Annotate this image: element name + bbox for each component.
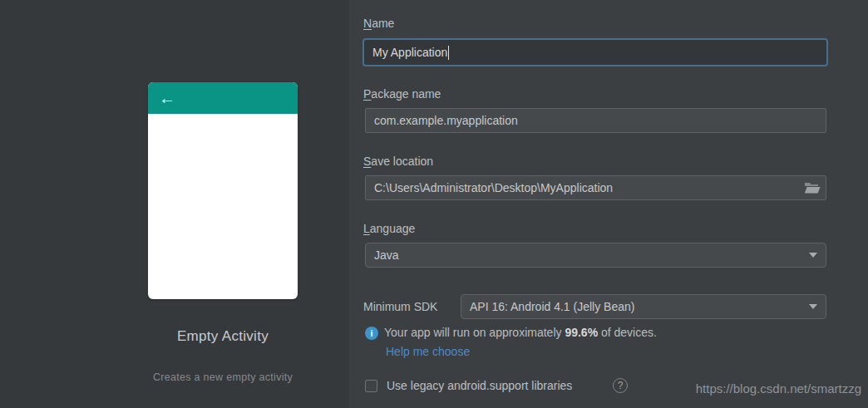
minimum-sdk-dropdown[interactable]: API 16: Android 4.1 (Jelly Bean) [461,294,826,319]
name-input[interactable]: My Application [362,38,828,66]
package-name-input[interactable]: com.example.myapplication [365,108,826,133]
save-location-label: Save location [363,155,433,169]
chevron-down-icon [809,253,817,258]
legacy-support-label: Use legacy android.support libraries [387,379,572,392]
activity-title: Empty Activity [106,328,339,345]
package-name-input-value: com.example.myapplication [374,114,518,127]
activity-preview-panel: ← Empty Activity Creates a new empty act… [0,0,349,408]
sdk-coverage-percentage: 99.6% [565,326,598,339]
package-name-label: Package name [363,87,441,101]
language-label: Language [363,222,415,236]
name-label: Name [363,17,394,31]
info-icon: i [365,327,378,340]
language-dropdown[interactable]: Java [365,243,826,268]
language-dropdown-value: Java [374,248,399,262]
minimum-sdk-dropdown-value: API 16: Android 4.1 (Jelly Bean) [470,300,634,313]
minimum-sdk-label: Minimum SDK [363,300,437,314]
name-input-value: My Application [372,46,447,59]
help-me-choose-link[interactable]: Help me choose [386,345,470,358]
preview-toolbar: ← [148,82,298,114]
activity-subtitle: Creates a new empty activity [106,371,339,383]
sdk-coverage-text-after: of devices. [598,326,657,339]
text-cursor [448,46,449,60]
save-location-input[interactable]: C:\Users\Administrator\Desktop\MyApplica… [365,175,826,200]
save-location-input-value: C:\Users\Administrator\Desktop\MyApplica… [374,181,613,194]
activity-preview-thumbnail: ← [148,82,298,299]
watermark: https://blog.csdn.net/smartzzg [696,381,861,396]
help-question-icon[interactable]: ? [613,378,628,393]
legacy-support-checkbox[interactable] [365,380,377,392]
sdk-coverage-text: Your app will run on approximately 99.6%… [384,326,657,339]
chevron-down-icon [809,304,817,309]
new-project-wizard: ← Empty Activity Creates a new empty act… [0,0,868,408]
back-arrow-icon: ← [159,90,175,106]
sdk-coverage-text-before: Your app will run on approximately [384,326,565,339]
browse-folder-icon[interactable] [804,181,821,194]
